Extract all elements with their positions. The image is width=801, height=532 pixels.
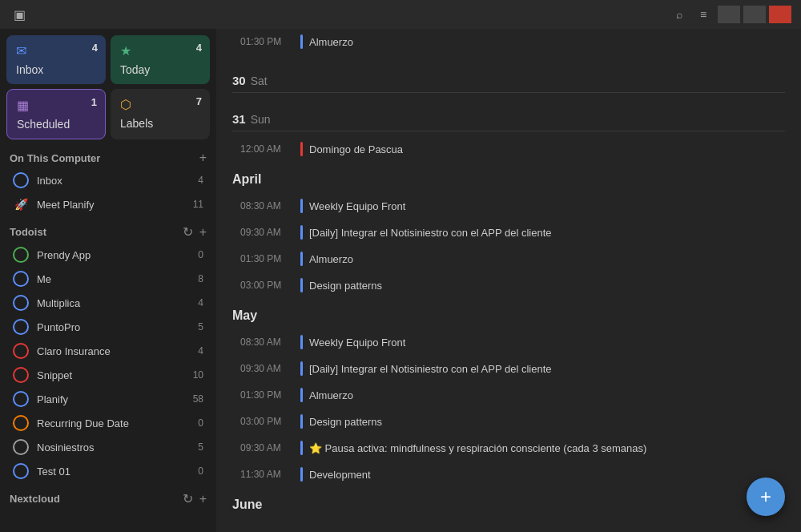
main-layout: ✉ 4 Inbox ★ 4 Today ▦ 1 Scheduled: [0, 29, 801, 532]
nextcloud-refresh-icon[interactable]: ↻: [183, 491, 193, 506]
month-header-june: June: [232, 488, 785, 518]
sidebar: ✉ 4 Inbox ★ 4 Today ▦ 1 Scheduled: [0, 29, 216, 532]
scheduled-label: Scheduled: [17, 118, 95, 131]
sidebar-item-multiplica[interactable]: Multiplica4: [3, 291, 213, 315]
task-item[interactable]: 03:00 PMDesign patterns: [232, 272, 785, 298]
on-this-computer-actions: +: [199, 151, 207, 165]
sidebar-item-count: 4: [198, 345, 203, 357]
task-name: Almuerzo: [309, 389, 353, 401]
sidebar-item-icon: [13, 343, 29, 359]
tile-labels[interactable]: ⬡ 7 Labels: [111, 89, 210, 139]
meet-planify-count: 11: [193, 199, 203, 210]
meet-planify-label: Meet Planify: [37, 199, 193, 211]
task-name: [Daily] Integrar el Notisiniestro con el…: [309, 363, 552, 375]
sidebar-item-meet-planify[interactable]: 🚀 Meet Planify 11: [3, 192, 213, 216]
task-bar: [300, 199, 303, 213]
sidebar-item-count: 5: [198, 321, 203, 332]
sidebar-item-icon: [13, 391, 29, 407]
tile-today[interactable]: ★ 4 Today: [111, 35, 210, 84]
task-name: Almuerzo: [309, 36, 353, 48]
todoist-title: Todoist: [10, 226, 46, 238]
sidebar-item-icon: [13, 295, 29, 311]
todoist-actions: ↻ +: [183, 224, 207, 240]
sidebar-item-count: 0: [198, 249, 203, 260]
sidebar-item-count: 0: [198, 417, 203, 429]
sidebar-item-label: Prendy App: [37, 249, 198, 261]
search-icon[interactable]: ⌕: [670, 5, 689, 24]
task-time: 09:30 AM: [240, 227, 300, 238]
sidebar-item-label: Claro Insurance: [37, 345, 198, 357]
sidebar-item-label: Planify: [37, 393, 193, 405]
sidebar-item-test-01[interactable]: Test 010: [3, 459, 213, 483]
sidebar-item-icon: [13, 367, 29, 383]
sidebar-item-prendy-app[interactable]: Prendy App0: [3, 243, 213, 267]
task-item[interactable]: 01:30 PMAlmuerzo: [232, 246, 785, 272]
sidebar-item-recurring-due-date[interactable]: Recurring Due Date0: [3, 411, 213, 435]
sidebar-item-planify[interactable]: Planify58: [3, 387, 213, 411]
today-count: 4: [196, 42, 202, 54]
task-time: 09:30 AM: [240, 363, 300, 374]
content-area: 01:30 PM Almuerzo 30Sat31Sun12:00 AMDomi…: [216, 29, 801, 532]
task-item[interactable]: 09:30 AM[Daily] Integrar el Notisiniestr…: [232, 356, 785, 381]
tile-inbox-header: ✉: [16, 43, 96, 58]
sidebar-toggle-icon[interactable]: ▣: [10, 5, 29, 24]
task-bar: [300, 388, 303, 402]
sidebar-item-snippet[interactable]: Snippet10: [3, 363, 213, 387]
close-button[interactable]: [769, 6, 791, 23]
task-item[interactable]: 11:30 AMDevelopment: [232, 461, 785, 487]
maximize-button[interactable]: [743, 6, 766, 23]
task-time: 12:00 AM: [240, 143, 300, 155]
task-bar: [300, 34, 303, 49]
task-item[interactable]: 08:30 AMWeekly Equipo Front: [232, 193, 785, 219]
task-item[interactable]: 08:30 AMWeekly Equipo Front: [232, 329, 785, 355]
nextcloud-title: Nextcloud: [10, 493, 60, 505]
tile-scheduled[interactable]: ▦ 1 Scheduled: [6, 89, 106, 139]
minimize-button[interactable]: [718, 6, 740, 23]
sidebar-item-count: 0: [198, 466, 203, 477]
sidebar-item-nosiniestros[interactable]: Nosiniestros5: [3, 435, 213, 459]
task-item[interactable]: 09:30 AM⭐ Pausa activa: mindfulness y re…: [232, 435, 785, 461]
sidebar-item-me[interactable]: Me8: [3, 267, 213, 291]
task-bar: [300, 361, 303, 376]
task-item[interactable]: 03:00 PMDesign patterns: [232, 409, 785, 434]
task-item[interactable]: 12:00 AMDomingo de Pascua: [232, 136, 785, 162]
tile-labels-header: ⬡: [120, 97, 200, 112]
fab-add-button[interactable]: +: [747, 478, 785, 516]
task-time: 03:00 PM: [240, 416, 300, 427]
date-day: 30: [232, 74, 246, 87]
task-name: Design patterns: [309, 416, 382, 428]
inbox-local-icon: [13, 172, 29, 188]
todoist-refresh-icon[interactable]: ↻: [183, 224, 193, 240]
tile-inbox[interactable]: ✉ 4 Inbox: [6, 35, 106, 84]
date-weekday: Sat: [251, 75, 268, 87]
task-name: Almuerzo: [309, 253, 353, 265]
task-item-top[interactable]: 01:30 PM Almuerzo: [232, 29, 785, 54]
inbox-local-label: Inbox: [37, 175, 198, 187]
task-name: Domingo de Pascua: [309, 143, 403, 155]
add-on-this-computer-icon[interactable]: +: [199, 151, 207, 165]
sidebar-item-puntopro[interactable]: PuntoPro5: [3, 315, 213, 339]
todoist-add-icon[interactable]: +: [199, 225, 207, 240]
task-item[interactable]: 09:30 AM[Daily] Integrar el Notisiniestr…: [232, 220, 785, 245]
sidebar-item-inbox-local[interactable]: Inbox 4: [3, 168, 213, 192]
date-weekday: Sun: [251, 113, 271, 126]
tile-today-header: ★: [120, 43, 200, 58]
sidebar-item-icon: [13, 415, 29, 431]
on-this-computer-title: On This Computer: [10, 152, 100, 164]
todoist-items: Prendy App0Me8Multiplica4PuntoPro5Claro …: [0, 243, 216, 483]
menu-icon[interactable]: ≡: [694, 5, 713, 24]
nextcloud-add-icon[interactable]: +: [199, 492, 207, 506]
titlebar-left: ▣: [10, 5, 35, 24]
task-time: 01:30 PM: [240, 36, 300, 47]
sidebar-item-count: 5: [198, 441, 203, 453]
task-time: 03:00 PM: [240, 280, 300, 291]
sidebar-item-label: PuntoPro: [37, 321, 198, 333]
task-time: 11:30 AM: [240, 469, 300, 480]
date-divider: [232, 131, 785, 131]
on-this-computer-header: On This Computer +: [0, 143, 216, 168]
task-item[interactable]: 01:30 PMAlmuerzo: [232, 382, 785, 408]
labels-label: Labels: [120, 117, 200, 130]
task-bar: [300, 252, 303, 266]
inbox-local-count: 4: [198, 175, 203, 186]
sidebar-item-claro-insurance[interactable]: Claro Insurance4: [3, 339, 213, 363]
